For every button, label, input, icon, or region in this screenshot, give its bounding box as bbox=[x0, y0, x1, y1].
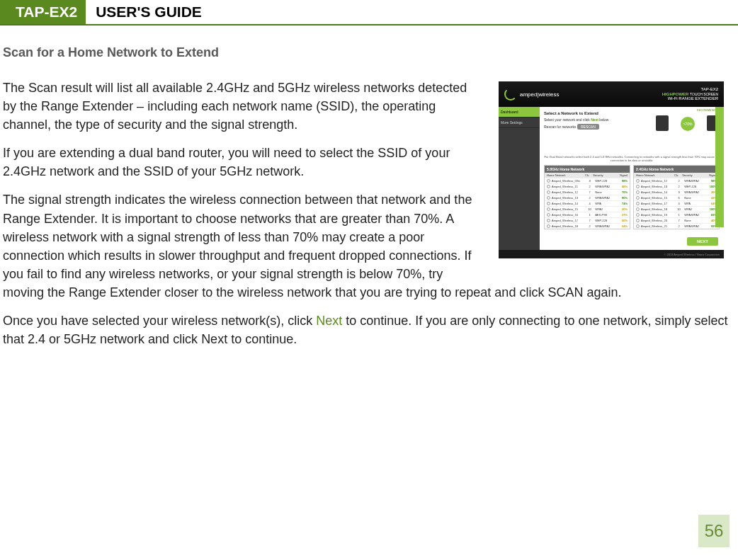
radio-icon[interactable] bbox=[547, 190, 550, 194]
table-row[interactable]: Amped_Wireless_127None70% bbox=[545, 189, 630, 195]
radio-icon[interactable] bbox=[547, 202, 550, 205]
cell-ssid: Amped_Wireless_12 bbox=[641, 179, 674, 183]
table-row[interactable]: Amped_Wireless_156None42% bbox=[634, 195, 719, 200]
table-col-headers-2: Home Network Ch. Security Signal bbox=[634, 173, 719, 178]
cell-channel: 2 bbox=[584, 185, 595, 188]
radio-icon[interactable] bbox=[636, 207, 640, 211]
radio-icon[interactable] bbox=[547, 185, 550, 188]
radio-icon[interactable] bbox=[636, 202, 640, 205]
cell-security: None bbox=[684, 196, 706, 200]
cell-ssid: Amped_Wireless_15 bbox=[552, 207, 584, 211]
radio-icon[interactable] bbox=[636, 196, 640, 200]
sidebar-item-dashboard[interactable]: Dashboard bbox=[499, 107, 540, 118]
cell-signal: 98% bbox=[617, 179, 628, 183]
cell-signal: 50% bbox=[617, 219, 628, 222]
radio-icon[interactable] bbox=[636, 179, 640, 183]
table-5ghz: 5.0GHz Home Network Home Network Ch. Sec… bbox=[544, 165, 630, 229]
cell-ssid: Amped_Wireless_11 bbox=[552, 185, 584, 188]
cell-signal: 20% bbox=[617, 207, 628, 211]
radio-icon[interactable] bbox=[636, 213, 640, 217]
table-row[interactable]: Amped_Wireless_132WPA/WPA290% bbox=[545, 195, 630, 200]
table-row[interactable]: Amped_Wireless_1510WPA220% bbox=[545, 206, 630, 212]
cell-signal: 90% bbox=[617, 196, 628, 200]
instr-next: Next bbox=[591, 118, 598, 122]
table-row[interactable]: Amped_Wireless_191WPA/WPA282% bbox=[634, 212, 719, 217]
table-row[interactable]: Amped_Wireless_5Gn3WEP-12898% bbox=[545, 178, 630, 183]
radio-icon[interactable] bbox=[636, 185, 640, 188]
section-heading: Scan for a Home Network to Extend bbox=[3, 45, 730, 60]
cell-security: AES-PSK bbox=[595, 213, 617, 217]
radio-icon[interactable] bbox=[547, 219, 550, 222]
radio-icon[interactable] bbox=[547, 213, 550, 217]
radio-icon[interactable] bbox=[636, 224, 640, 228]
product-label: TAP-EX2 HIGHPOWER TOUCH SCREEN Wi-Fi RAN… bbox=[662, 87, 718, 101]
radio-icon[interactable] bbox=[636, 219, 640, 222]
radio-icon[interactable] bbox=[547, 179, 550, 183]
sidebar-item-more-settings[interactable]: More Settings bbox=[499, 118, 540, 128]
table-row[interactable]: Amped_Wireless_207None40% bbox=[634, 217, 719, 223]
table-5ghz-body: Amped_Wireless_5Gn3WEP-12898%Amped_Wirel… bbox=[545, 178, 630, 229]
table-row[interactable]: Amped_Wireless_212WPA/WPA292% bbox=[634, 223, 719, 229]
cell-channel: 10 bbox=[674, 207, 684, 211]
table-row[interactable]: Amped_Wireless_177WEP-12850% bbox=[545, 217, 630, 223]
page-header: TAP-EX2 USER'S GUIDE bbox=[0, 0, 738, 25]
table-row[interactable]: Amped_Wireless_161AES-PSK27% bbox=[545, 212, 630, 217]
table-row[interactable]: Amped_Wireless_182WPA/WPA254% bbox=[545, 223, 630, 229]
cell-ssid: Amped_Wireless_18 bbox=[641, 207, 674, 211]
rescan-button[interactable]: RESCAN bbox=[577, 124, 599, 130]
ss-main-panel: Select a Network to Extend Select your n… bbox=[540, 107, 724, 250]
table-row[interactable]: Amped_Wireless_143WPA/WPA230% bbox=[634, 189, 719, 195]
cell-ssid: Amped_Wireless_20 bbox=[641, 219, 674, 222]
cell-security: None bbox=[595, 190, 617, 194]
panel-note: For Dual Band networks select both 2.4 a… bbox=[544, 155, 720, 162]
signal-threshold-icon: >70% bbox=[681, 117, 695, 131]
page-content: Scan for a Home Network to Extend amped|… bbox=[0, 45, 738, 358]
paragraph-4: Once you have selected your wireless net… bbox=[3, 312, 730, 348]
cell-security: WPA2 bbox=[595, 207, 617, 211]
cell-channel: 3 bbox=[674, 190, 684, 194]
router-icon bbox=[656, 115, 669, 131]
table-24ghz: 2.4GHz Home Network Home Network Ch. Sec… bbox=[633, 165, 720, 229]
table-5ghz-header: 5.0GHz Home Network bbox=[545, 166, 630, 173]
radio-icon[interactable] bbox=[547, 196, 550, 200]
table-row[interactable]: Amped_Wireless_144WPA74% bbox=[545, 200, 630, 206]
p4-part-a: Once you have selected your wireless net… bbox=[3, 314, 316, 328]
table-row[interactable]: Amped_Wireless_112WPA/WPA248% bbox=[545, 183, 630, 189]
cell-channel: 2 bbox=[584, 224, 595, 228]
table-row[interactable]: Amped_Wireless_132WEP-128100% bbox=[634, 183, 719, 189]
cell-channel: 3 bbox=[584, 179, 595, 183]
ui-screenshot: amped|wireless TAP-EX2 HIGHPOWER TOUCH S… bbox=[499, 81, 724, 258]
p4-next-word: Next bbox=[316, 314, 342, 328]
cell-channel: 7 bbox=[584, 190, 595, 194]
radio-icon[interactable] bbox=[636, 190, 640, 194]
table-row[interactable]: Amped_Wireless_174WPA64% bbox=[634, 200, 719, 206]
cell-ssid: Amped_Wireless_17 bbox=[552, 219, 584, 222]
radio-icon[interactable] bbox=[547, 224, 550, 228]
cell-ssid: Amped_Wireless_13 bbox=[641, 185, 674, 188]
cell-security: WPA/WPA2 bbox=[684, 213, 706, 217]
cell-ssid: Amped_Wireless_14 bbox=[552, 202, 584, 205]
instr-prefix: Select your network and click bbox=[544, 118, 591, 122]
cell-ssid: Amped_Wireless_12 bbox=[552, 190, 584, 194]
logo-swoosh-icon bbox=[504, 88, 517, 101]
table-row[interactable]: Amped_Wireless_1810WPA2100% bbox=[634, 206, 719, 212]
cell-channel: 2 bbox=[674, 179, 684, 183]
helpful-tips-tab[interactable] bbox=[715, 107, 724, 227]
product-badge: TAP-EX2 bbox=[10, 0, 86, 24]
page-number: 56 bbox=[698, 515, 730, 547]
cell-channel: 2 bbox=[584, 196, 595, 200]
cell-security: WPA bbox=[595, 202, 617, 205]
cell-ssid: Amped_Wireless_17 bbox=[641, 202, 674, 205]
cell-signal: 70% bbox=[617, 190, 628, 194]
network-tables: 5.0GHz Home Network Home Network Ch. Sec… bbox=[544, 165, 720, 229]
cell-security: WPA/WPA2 bbox=[595, 185, 617, 188]
cell-channel: 1 bbox=[674, 213, 684, 217]
radio-icon[interactable] bbox=[547, 207, 550, 211]
cell-ssid: Amped_Wireless_16 bbox=[552, 213, 584, 217]
cell-ssid: Amped_Wireless_18 bbox=[552, 224, 584, 228]
cell-security: WPA/WPA2 bbox=[684, 190, 706, 194]
product-line2: Wi-Fi RANGE EXTENDER bbox=[662, 96, 718, 101]
cell-ssid: Amped_Wireless_14 bbox=[641, 190, 674, 194]
table-row[interactable]: Amped_Wireless_122WPA/WPA298% bbox=[634, 178, 719, 183]
next-button[interactable]: NEXT bbox=[687, 237, 718, 246]
